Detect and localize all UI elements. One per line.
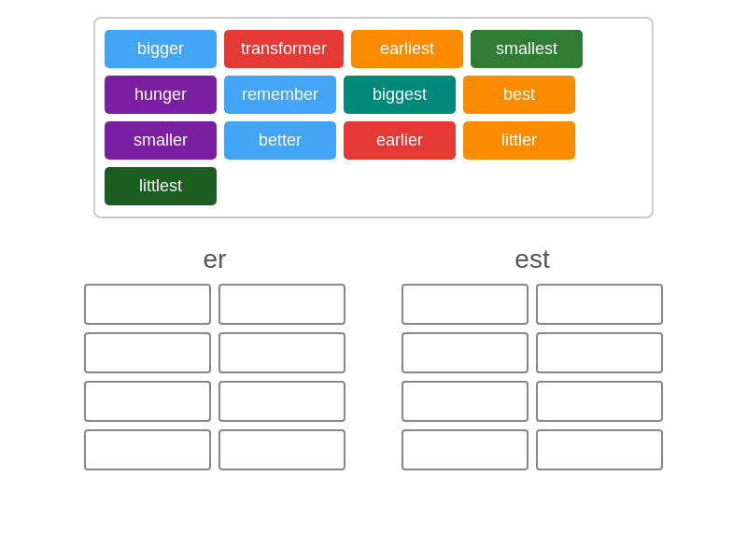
drop-box[interactable] xyxy=(536,429,663,470)
word-tile-earlier[interactable]: earlier xyxy=(344,121,456,160)
word-tile-best[interactable]: best xyxy=(463,76,575,114)
drop-box[interactable] xyxy=(84,429,211,470)
drop-box[interactable] xyxy=(536,332,663,373)
drop-box[interactable] xyxy=(218,284,345,325)
category-est: est xyxy=(420,245,644,274)
drop-box[interactable] xyxy=(402,332,529,373)
categories-row: er est xyxy=(56,245,691,274)
word-tile-earliest[interactable]: earliest xyxy=(351,30,463,68)
drop-box[interactable] xyxy=(402,381,529,422)
drop-box[interactable] xyxy=(84,332,211,373)
drop-box[interactable] xyxy=(402,429,529,470)
category-er: er xyxy=(103,245,327,274)
word-tile-smallest[interactable]: smallest xyxy=(471,30,583,68)
drop-box[interactable] xyxy=(84,381,211,422)
drop-box[interactable] xyxy=(218,332,345,373)
est-drop-group xyxy=(402,284,663,470)
word-tile-hunger[interactable]: hunger xyxy=(105,76,217,114)
word-tile-littlest[interactable]: littlest xyxy=(105,167,217,205)
drop-zones xyxy=(56,284,691,470)
er-drop-group xyxy=(84,284,345,470)
drop-box[interactable] xyxy=(218,381,345,422)
drop-box[interactable] xyxy=(536,381,663,422)
word-tile-better[interactable]: better xyxy=(224,121,336,160)
drop-box[interactable] xyxy=(218,429,345,470)
word-tile-bigger[interactable]: bigger xyxy=(105,30,217,68)
word-tile-biggest[interactable]: biggest xyxy=(344,76,456,114)
word-tile-transformer[interactable]: transformer xyxy=(224,30,344,68)
word-bank: biggertransformerearliestsmallesthungerr… xyxy=(93,17,654,218)
word-tile-smaller[interactable]: smaller xyxy=(105,121,217,160)
word-tile-littler[interactable]: littler xyxy=(463,121,575,160)
drop-box[interactable] xyxy=(402,284,529,325)
drop-box[interactable] xyxy=(536,284,663,325)
word-tile-remember[interactable]: remember xyxy=(224,76,336,114)
drop-box[interactable] xyxy=(84,284,211,325)
